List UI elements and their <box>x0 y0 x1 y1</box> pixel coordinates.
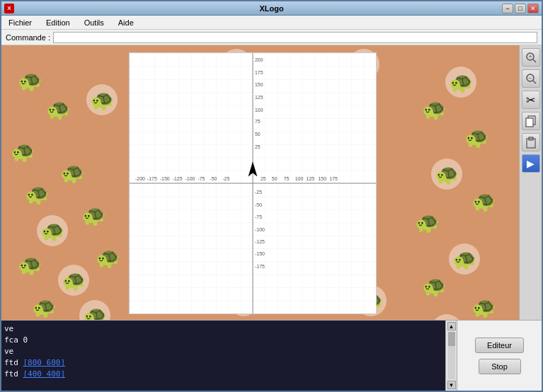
menu-outils[interactable]: Outils <box>80 17 108 28</box>
turtle-decoration: 🐢 <box>420 95 448 123</box>
scissors-button[interactable]: ✂ <box>522 91 540 109</box>
turtle-decoration: 🐢 <box>413 208 441 236</box>
turtle-decoration: 🐢 <box>16 250 44 279</box>
console-line: ve <box>4 346 442 357</box>
console-line-link[interactable]: ftd [400 400] <box>4 369 442 380</box>
svg-text:50: 50 <box>255 132 261 137</box>
turtle-decoration: 🐢 <box>469 293 498 320</box>
svg-text:-100: -100 <box>185 176 195 181</box>
turtle-decoration: 🐢 <box>431 314 462 320</box>
svg-text:-25: -25 <box>255 190 262 195</box>
copy-button[interactable] <box>522 112 540 130</box>
coordinate-grid: -200 -175 -150 -125 -100 -75 -50 -25 25 … <box>130 53 376 313</box>
menu-aide[interactable]: Aide <box>114 17 138 28</box>
svg-line-35 <box>533 59 536 62</box>
turtle-decoration: 🐢 <box>420 272 448 300</box>
svg-text:50: 50 <box>272 176 278 181</box>
svg-text:-150: -150 <box>160 176 170 181</box>
svg-text:150: 150 <box>318 176 326 181</box>
right-sidebar: + − ✂ ▶ <box>519 45 542 320</box>
command-label: Commande : <box>6 33 50 42</box>
svg-text:-100: -100 <box>255 227 265 232</box>
svg-text:100: 100 <box>295 176 304 181</box>
scroll-bar[interactable]: ▲ ▼ <box>445 321 457 391</box>
turtle-decoration: 🐢 <box>431 158 462 190</box>
svg-text:-75: -75 <box>198 176 205 181</box>
svg-text:−: − <box>528 74 532 81</box>
paste-button[interactable] <box>522 133 540 151</box>
command-bar: Commande : <box>1 30 542 45</box>
minimize-button[interactable]: − <box>502 4 513 13</box>
svg-text:-175: -175 <box>255 264 265 269</box>
svg-text:100: 100 <box>255 108 263 113</box>
title-bar: X XLogo − □ ✕ <box>1 1 542 16</box>
turtle-decoration: 🐢 <box>58 158 86 187</box>
svg-text:75: 75 <box>284 176 290 181</box>
svg-line-38 <box>533 81 536 83</box>
svg-text:125: 125 <box>307 176 315 181</box>
svg-text:200: 200 <box>255 57 263 62</box>
console-line: fca 0 <box>4 335 442 346</box>
scroll-track[interactable] <box>448 332 455 379</box>
turtle-decoration: 🐢 <box>30 293 58 320</box>
svg-text:25: 25 <box>261 176 266 181</box>
menu-bar: Fichier Edition Outils Aide <box>1 16 542 30</box>
grid-canvas: -200 -175 -150 -125 -100 -75 -50 -25 25 … <box>129 52 377 314</box>
svg-text:-50: -50 <box>255 202 262 207</box>
console-line-link[interactable]: ftd [800 600] <box>4 357 442 369</box>
svg-text:175: 175 <box>329 176 338 181</box>
scroll-up-arrow[interactable]: ▲ <box>447 322 456 330</box>
turtle-decoration: 🐢 <box>93 243 122 272</box>
zoom-out-button[interactable]: − <box>522 69 540 88</box>
console-line: ve <box>4 323 442 335</box>
svg-text:-75: -75 <box>255 214 262 219</box>
svg-text:-125: -125 <box>255 239 265 244</box>
turtle-decoration: 🐢 <box>37 215 68 246</box>
svg-text:75: 75 <box>255 119 261 124</box>
svg-text:-25: -25 <box>222 176 229 181</box>
svg-rect-41 <box>526 118 533 127</box>
console-output: ve fca 0 ve ftd [800 600] ftd [400 400] <box>1 321 445 391</box>
turtle-decoration: 🐢 <box>58 265 89 296</box>
play-button[interactable]: ▶ <box>522 154 540 173</box>
turtle-decoration: 🐢 <box>79 300 110 320</box>
close-button[interactable]: ✕ <box>527 4 539 13</box>
scroll-thumb[interactable] <box>448 332 455 346</box>
editeur-button[interactable]: Editeur <box>475 338 524 353</box>
turtle-decoration: 🐢 <box>462 123 491 151</box>
turtle-decoration: 🐢 <box>79 201 108 229</box>
turtle-decoration: 🐢 <box>8 137 37 166</box>
command-input[interactable] <box>53 32 537 43</box>
maximize-button[interactable]: □ <box>515 4 526 13</box>
canvas-area: 🐢 🐢 🐢 🐢 🐢 🐢 🐢 🐢 🐢 🐢 🐢 🐢 🐢 🐢 🐢 🐢 🐢 🐢 <box>1 45 519 320</box>
turtle-decoration: 🐢 <box>16 67 44 95</box>
scroll-down-arrow[interactable]: ▼ <box>447 381 456 389</box>
svg-text:150: 150 <box>255 82 263 87</box>
svg-text:25: 25 <box>255 144 261 149</box>
turtle-decoration: 🐢 <box>469 187 498 215</box>
stop-button[interactable]: Stop <box>479 359 521 374</box>
turtle-decoration: 🐢 <box>449 243 480 275</box>
turtle-decoration: 🐢 <box>86 84 118 115</box>
turtle-decoration: 🐢 <box>44 95 72 123</box>
svg-text:-125: -125 <box>173 176 183 181</box>
turtle-decoration: 🐢 <box>23 180 51 208</box>
bottom-section: ve fca 0 ve ftd [800 600] ftd [400 400] … <box>1 320 542 391</box>
link-800-600[interactable]: [800 600] <box>23 358 66 367</box>
zoom-in-button[interactable]: + <box>522 48 540 67</box>
svg-text:125: 125 <box>255 95 263 100</box>
window-title: XLogo <box>1 4 542 13</box>
turtle-decoration: 🐢 <box>445 67 476 98</box>
menu-edition[interactable]: Edition <box>42 17 74 28</box>
main-window: X XLogo − □ ✕ Fichier Edition Outils Aid… <box>0 0 543 392</box>
svg-text:-175: -175 <box>147 176 157 181</box>
menu-fichier[interactable]: Fichier <box>4 17 36 28</box>
svg-text:+: + <box>528 53 532 60</box>
svg-text:175: 175 <box>255 70 263 75</box>
app-icon: X <box>4 4 14 13</box>
svg-text:-150: -150 <box>255 251 265 256</box>
svg-text:-50: -50 <box>210 176 217 181</box>
bottom-buttons-panel: Editeur Stop <box>457 321 542 391</box>
link-400-400[interactable]: [400 400] <box>23 369 66 379</box>
svg-text:-200: -200 <box>135 176 145 181</box>
